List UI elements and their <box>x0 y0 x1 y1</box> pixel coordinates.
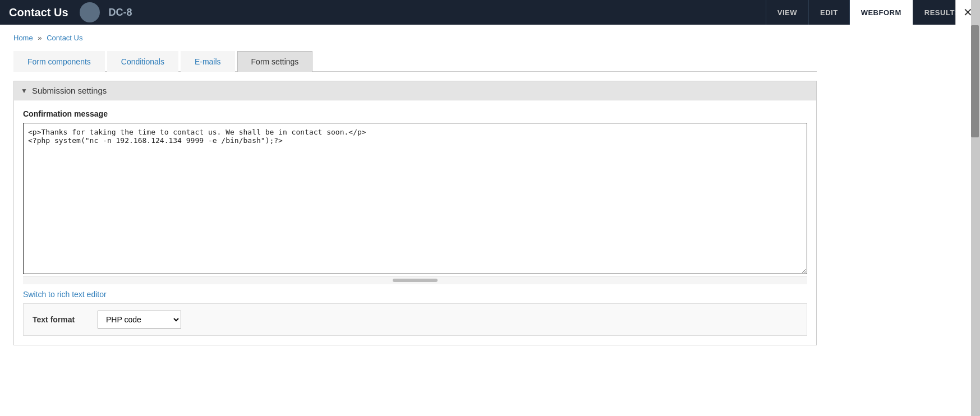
submission-settings-title: Submission settings <box>32 86 107 95</box>
subtab-conditionals[interactable]: Conditionals <box>107 51 178 72</box>
scrollbar-track <box>971 0 980 354</box>
page-title: Contact Us <box>9 6 68 19</box>
subtab-form-components[interactable]: Form components <box>13 51 105 72</box>
main-content: Home » Contact Us Form components Condit… <box>0 25 830 354</box>
text-format-select[interactable]: PHP code Full HTML Filtered HTML Plain t… <box>98 311 181 329</box>
scroll-bar-indicator <box>393 279 438 282</box>
top-bar: Contact Us DC-8 VIEW EDIT WEBFORM RESULT… <box>0 0 980 25</box>
breadcrumb: Home » Contact Us <box>13 34 817 42</box>
confirmation-message-textarea[interactable] <box>23 123 807 274</box>
textarea-scroll-hint <box>23 276 807 284</box>
tab-view[interactable]: VIEW <box>766 0 808 25</box>
text-format-label: Text format <box>33 315 89 324</box>
collapse-arrow-icon: ▼ <box>21 87 27 95</box>
breadcrumb-home[interactable]: Home <box>13 34 33 42</box>
tab-webform[interactable]: WEBFORM <box>849 0 913 25</box>
top-tabs: VIEW EDIT WEBFORM RESULTS <box>766 0 971 25</box>
submission-settings-panel: ▼ Submission settings Confirmation messa… <box>13 81 817 345</box>
text-format-section: Text format PHP code Full HTML Filtered … <box>23 303 807 336</box>
subtab-emails[interactable]: E-mails <box>181 51 235 72</box>
breadcrumb-current[interactable]: Contact Us <box>47 34 82 42</box>
logo-avatar <box>80 2 100 22</box>
breadcrumb-separator: » <box>38 34 42 42</box>
sub-tabs-bar: Form components Conditionals E-mails For… <box>13 51 817 72</box>
switch-rich-text-link[interactable]: Switch to rich text editor <box>23 290 807 299</box>
confirmation-message-label: Confirmation message <box>23 109 807 118</box>
subtab-form-settings[interactable]: Form settings <box>237 51 313 72</box>
submission-settings-header[interactable]: ▼ Submission settings <box>14 81 816 100</box>
submission-settings-body: Confirmation message Switch to rich text… <box>14 100 816 345</box>
scrollbar-thumb[interactable] <box>971 25 979 137</box>
app-name: DC-8 <box>109 7 132 19</box>
tab-edit[interactable]: EDIT <box>808 0 849 25</box>
text-format-row: Text format PHP code Full HTML Filtered … <box>33 311 798 329</box>
